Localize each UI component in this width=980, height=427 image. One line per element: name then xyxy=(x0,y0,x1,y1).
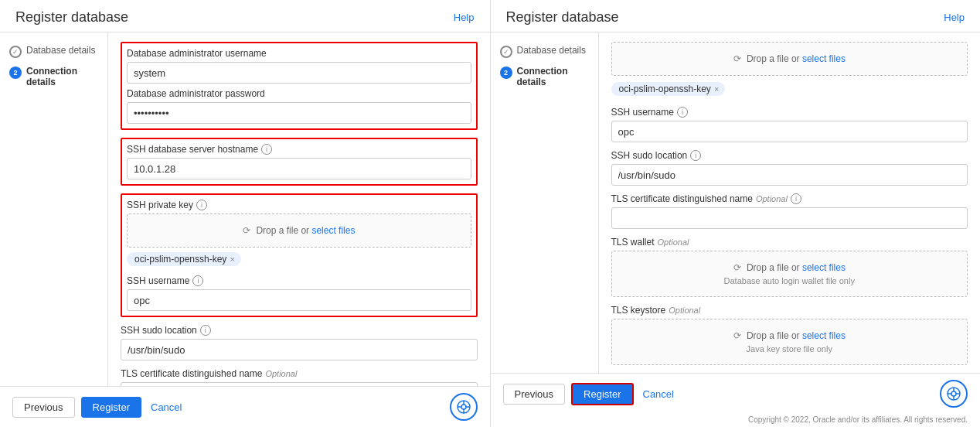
left-panel-footer: Previous Register Cancel xyxy=(0,386,490,427)
left-register-button[interactable]: Register xyxy=(81,397,141,418)
ssh-hostname-input[interactable] xyxy=(127,158,471,179)
right-previous-button[interactable]: Previous xyxy=(503,384,566,405)
right-tls-keystore-group: TLS keystore Optional ⟳ Drop a file or s… xyxy=(611,305,968,365)
left-ssh-sudo-info-icon: i xyxy=(200,325,211,336)
db-admin-username-group: Database administrator username xyxy=(127,48,471,84)
right-wallet-upload-icon: ⟳ xyxy=(733,262,741,273)
right-tls-keystore-hint: Java key store file only xyxy=(623,344,957,354)
db-admin-password-group: Database administrator password xyxy=(127,88,471,124)
copyright-text: Copyright © 2022, Oracle and/or its affi… xyxy=(491,414,981,427)
right-panel-body: Database details 2 Connection details ⟳ … xyxy=(491,32,981,373)
right-step-icon-done xyxy=(500,46,512,58)
ssh-private-key-group: SSH private key i ⟳ Drop a file or selec… xyxy=(127,200,471,271)
right-tls-cert-label: TLS certificate distinguished name Optio… xyxy=(611,193,968,204)
right-form-area: ⟳ Drop a file or select files oci-pslim-… xyxy=(599,32,981,373)
right-tls-wallet-hint: Database auto login wallet file only xyxy=(623,276,957,285)
right-ssh-sudo-info-icon: i xyxy=(690,150,701,161)
left-tls-cert-label: TLS certificate distinguished name Optio… xyxy=(121,368,478,379)
sidebar-connection-details-label: Connection details xyxy=(26,66,98,87)
left-panel: Register database Help Database details … xyxy=(0,0,491,427)
upload-icon: ⟳ xyxy=(243,225,250,236)
right-ssh-sudo-label: SSH sudo location i xyxy=(611,150,968,161)
right-ssh-key-tag: oci-pslim-openssh-key × xyxy=(611,82,726,96)
ssh-private-key-highlight-box: SSH private key i ⟳ Drop a file or selec… xyxy=(121,193,478,317)
ssh-private-key-info-icon: i xyxy=(196,200,207,210)
right-tls-keystore-label: TLS keystore Optional xyxy=(611,305,968,316)
right-keystore-upload-icon: ⟳ xyxy=(733,330,741,341)
right-upload-icon: ⟳ xyxy=(733,53,741,64)
right-sidebar-database-details-label: Database details xyxy=(517,45,586,56)
right-tls-keystore-drop-zone[interactable]: ⟳ Drop a file or select files Java key s… xyxy=(611,319,968,365)
left-previous-button[interactable]: Previous xyxy=(12,397,75,418)
right-register-button[interactable]: Register xyxy=(571,383,633,405)
right-step-icon-active: 2 xyxy=(500,67,512,79)
left-ssh-key-tag: oci-pslim-openssh-key × xyxy=(127,252,241,266)
right-ssh-username-info-icon: i xyxy=(677,107,688,118)
right-ssh-username-input[interactable] xyxy=(611,121,968,142)
right-panel-footer: Previous Register Cancel xyxy=(491,373,981,414)
left-ssh-sudo-input[interactable] xyxy=(121,339,478,360)
left-tag-close[interactable]: × xyxy=(230,254,234,264)
right-ssh-sudo-input[interactable] xyxy=(611,164,968,186)
left-ssh-drop-zone[interactable]: ⟳ Drop a file or select files xyxy=(127,214,471,248)
left-panel-header: Register database Help xyxy=(0,0,490,32)
right-panel-title: Register database xyxy=(506,9,619,26)
step-icon-done xyxy=(9,46,22,58)
sidebar-item-database-details: Database details xyxy=(9,45,98,58)
right-ssh-sudo-group: SSH sudo location i xyxy=(611,150,968,186)
left-help-link[interactable]: Help xyxy=(454,12,475,23)
left-form-area: Database administrator username Database… xyxy=(108,32,490,386)
right-tls-wallet-select-link[interactable]: select files xyxy=(802,262,846,273)
right-top-drop-zone[interactable]: ⟳ Drop a file or select files xyxy=(611,42,968,76)
right-support-icon[interactable] xyxy=(940,380,968,408)
left-ssh-sudo-group: SSH sudo location i xyxy=(121,325,478,360)
right-sidebar-connection-details-label: Connection details xyxy=(517,66,589,87)
right-tls-wallet-label: TLS wallet Optional xyxy=(611,237,968,248)
left-support-icon[interactable] xyxy=(450,393,478,421)
ssh-hostname-label: SSH database server hostname i xyxy=(127,144,471,155)
left-cancel-button[interactable]: Cancel xyxy=(148,398,185,417)
left-tls-cert-group: TLS certificate distinguished name Optio… xyxy=(121,368,478,386)
right-tls-cert-input[interactable] xyxy=(611,207,968,229)
left-panel-title: Register database xyxy=(15,9,128,26)
db-admin-password-input[interactable] xyxy=(127,102,471,124)
right-tls-keystore-select-link[interactable]: select files xyxy=(802,330,846,341)
right-panel: Register database Help Database details … xyxy=(491,0,981,427)
right-ssh-username-label: SSH username i xyxy=(611,107,968,118)
right-sidebar: Database details 2 Connection details xyxy=(491,32,599,373)
right-sidebar-item-connection-details: 2 Connection details xyxy=(500,66,589,87)
sidebar-item-connection-details: 2 Connection details xyxy=(9,66,98,87)
ssh-hostname-group: SSH database server hostname i xyxy=(127,144,471,179)
right-select-files-link[interactable]: select files xyxy=(802,53,846,64)
right-panel-header: Register database Help xyxy=(491,0,981,32)
right-tls-cert-group: TLS certificate distinguished name Optio… xyxy=(611,193,968,229)
right-tls-wallet-drop-zone[interactable]: ⟳ Drop a file or select files Database a… xyxy=(611,251,968,297)
svg-point-1 xyxy=(461,405,466,409)
ssh-hostname-highlight-box: SSH database server hostname i xyxy=(121,138,478,186)
ssh-hostname-info-icon: i xyxy=(261,144,272,155)
svg-point-7 xyxy=(951,391,956,396)
left-ssh-username-info-icon: i xyxy=(192,275,203,286)
right-tls-cert-info-icon: i xyxy=(791,193,801,204)
left-panel-body: Database details 2 Connection details Da… xyxy=(0,32,490,386)
right-help-link[interactable]: Help xyxy=(944,12,965,23)
left-ssh-username-input[interactable] xyxy=(127,289,471,311)
ssh-private-key-label: SSH private key i xyxy=(127,200,471,210)
db-admin-highlight-box: Database administrator username Database… xyxy=(121,42,478,130)
db-admin-password-label: Database administrator password xyxy=(127,88,471,99)
left-select-files-link[interactable]: select files xyxy=(311,225,355,236)
left-ssh-username-label: SSH username i xyxy=(127,275,471,286)
right-ssh-username-group: SSH username i xyxy=(611,107,968,142)
db-admin-username-label: Database administrator username xyxy=(127,48,471,59)
sidebar-database-details-label: Database details xyxy=(26,45,95,56)
left-ssh-sudo-label: SSH sudo location i xyxy=(121,325,478,336)
right-tag-close[interactable]: × xyxy=(714,84,719,94)
right-tls-wallet-group: TLS wallet Optional ⟳ Drop a file or sel… xyxy=(611,237,968,297)
left-sidebar: Database details 2 Connection details xyxy=(0,32,108,386)
step-icon-active: 2 xyxy=(9,67,22,79)
db-admin-username-input[interactable] xyxy=(127,62,471,84)
left-ssh-username-group: SSH username i xyxy=(127,275,471,311)
right-sidebar-item-database-details: Database details xyxy=(500,45,589,58)
right-cancel-button[interactable]: Cancel xyxy=(640,384,677,404)
